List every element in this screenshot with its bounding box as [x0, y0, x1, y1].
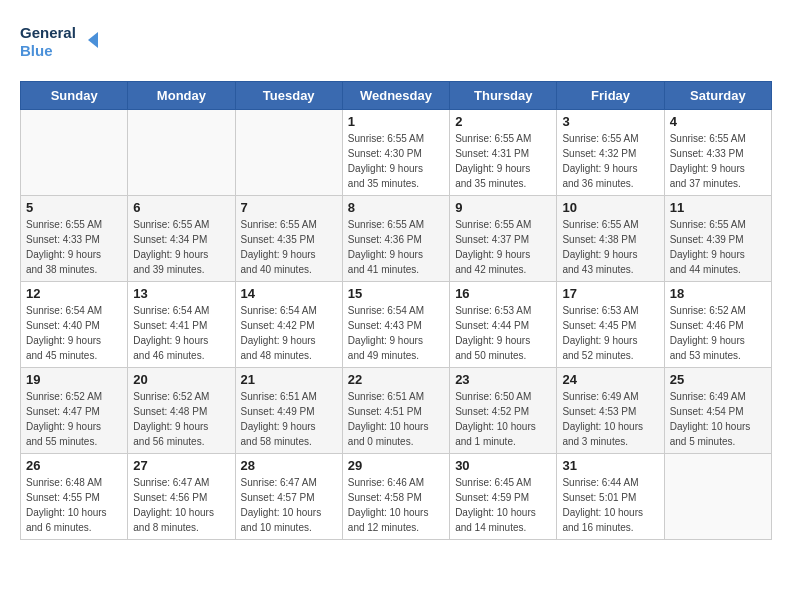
day-info: Sunrise: 6:53 AM Sunset: 4:44 PM Dayligh…	[455, 303, 551, 363]
day-number: 23	[455, 372, 551, 387]
day-info: Sunrise: 6:53 AM Sunset: 4:45 PM Dayligh…	[562, 303, 658, 363]
calendar-week-row: 12Sunrise: 6:54 AM Sunset: 4:40 PM Dayli…	[21, 282, 772, 368]
calendar-cell: 18Sunrise: 6:52 AM Sunset: 4:46 PM Dayli…	[664, 282, 771, 368]
day-info: Sunrise: 6:52 AM Sunset: 4:46 PM Dayligh…	[670, 303, 766, 363]
day-number: 11	[670, 200, 766, 215]
day-info: Sunrise: 6:49 AM Sunset: 4:53 PM Dayligh…	[562, 389, 658, 449]
calendar-cell: 10Sunrise: 6:55 AM Sunset: 4:38 PM Dayli…	[557, 196, 664, 282]
logo: General Blue	[20, 20, 100, 65]
calendar-week-row: 5Sunrise: 6:55 AM Sunset: 4:33 PM Daylig…	[21, 196, 772, 282]
day-info: Sunrise: 6:55 AM Sunset: 4:36 PM Dayligh…	[348, 217, 444, 277]
day-info: Sunrise: 6:52 AM Sunset: 4:47 PM Dayligh…	[26, 389, 122, 449]
day-info: Sunrise: 6:51 AM Sunset: 4:51 PM Dayligh…	[348, 389, 444, 449]
day-number: 28	[241, 458, 337, 473]
calendar-cell: 16Sunrise: 6:53 AM Sunset: 4:44 PM Dayli…	[450, 282, 557, 368]
calendar-cell: 15Sunrise: 6:54 AM Sunset: 4:43 PM Dayli…	[342, 282, 449, 368]
day-number: 8	[348, 200, 444, 215]
calendar-cell	[21, 110, 128, 196]
day-number: 27	[133, 458, 229, 473]
day-info: Sunrise: 6:55 AM Sunset: 4:33 PM Dayligh…	[26, 217, 122, 277]
day-number: 15	[348, 286, 444, 301]
day-info: Sunrise: 6:55 AM Sunset: 4:37 PM Dayligh…	[455, 217, 551, 277]
day-number: 29	[348, 458, 444, 473]
day-info: Sunrise: 6:55 AM Sunset: 4:35 PM Dayligh…	[241, 217, 337, 277]
calendar-cell	[664, 454, 771, 540]
day-number: 6	[133, 200, 229, 215]
calendar-cell: 28Sunrise: 6:47 AM Sunset: 4:57 PM Dayli…	[235, 454, 342, 540]
calendar-week-row: 19Sunrise: 6:52 AM Sunset: 4:47 PM Dayli…	[21, 368, 772, 454]
calendar-cell: 13Sunrise: 6:54 AM Sunset: 4:41 PM Dayli…	[128, 282, 235, 368]
day-info: Sunrise: 6:47 AM Sunset: 4:57 PM Dayligh…	[241, 475, 337, 535]
calendar-cell: 17Sunrise: 6:53 AM Sunset: 4:45 PM Dayli…	[557, 282, 664, 368]
day-number: 30	[455, 458, 551, 473]
day-number: 20	[133, 372, 229, 387]
calendar-week-row: 26Sunrise: 6:48 AM Sunset: 4:55 PM Dayli…	[21, 454, 772, 540]
day-number: 26	[26, 458, 122, 473]
day-info: Sunrise: 6:55 AM Sunset: 4:34 PM Dayligh…	[133, 217, 229, 277]
svg-text:General: General	[20, 24, 76, 41]
calendar-cell: 25Sunrise: 6:49 AM Sunset: 4:54 PM Dayli…	[664, 368, 771, 454]
calendar-header-row: SundayMondayTuesdayWednesdayThursdayFrid…	[21, 82, 772, 110]
day-info: Sunrise: 6:52 AM Sunset: 4:48 PM Dayligh…	[133, 389, 229, 449]
calendar-cell: 5Sunrise: 6:55 AM Sunset: 4:33 PM Daylig…	[21, 196, 128, 282]
logo-svg: General Blue	[20, 20, 100, 65]
calendar-cell: 22Sunrise: 6:51 AM Sunset: 4:51 PM Dayli…	[342, 368, 449, 454]
day-info: Sunrise: 6:44 AM Sunset: 5:01 PM Dayligh…	[562, 475, 658, 535]
day-number: 2	[455, 114, 551, 129]
calendar-cell: 8Sunrise: 6:55 AM Sunset: 4:36 PM Daylig…	[342, 196, 449, 282]
day-number: 17	[562, 286, 658, 301]
day-info: Sunrise: 6:55 AM Sunset: 4:31 PM Dayligh…	[455, 131, 551, 191]
day-number: 25	[670, 372, 766, 387]
calendar-table: SundayMondayTuesdayWednesdayThursdayFrid…	[20, 81, 772, 540]
calendar-cell: 14Sunrise: 6:54 AM Sunset: 4:42 PM Dayli…	[235, 282, 342, 368]
calendar-cell: 12Sunrise: 6:54 AM Sunset: 4:40 PM Dayli…	[21, 282, 128, 368]
day-number: 7	[241, 200, 337, 215]
day-info: Sunrise: 6:55 AM Sunset: 4:32 PM Dayligh…	[562, 131, 658, 191]
day-header-thursday: Thursday	[450, 82, 557, 110]
day-header-friday: Friday	[557, 82, 664, 110]
day-number: 18	[670, 286, 766, 301]
day-info: Sunrise: 6:49 AM Sunset: 4:54 PM Dayligh…	[670, 389, 766, 449]
day-number: 5	[26, 200, 122, 215]
calendar-cell: 11Sunrise: 6:55 AM Sunset: 4:39 PM Dayli…	[664, 196, 771, 282]
day-number: 1	[348, 114, 444, 129]
calendar-cell: 31Sunrise: 6:44 AM Sunset: 5:01 PM Dayli…	[557, 454, 664, 540]
calendar-cell: 27Sunrise: 6:47 AM Sunset: 4:56 PM Dayli…	[128, 454, 235, 540]
day-header-tuesday: Tuesday	[235, 82, 342, 110]
day-number: 31	[562, 458, 658, 473]
calendar-cell: 19Sunrise: 6:52 AM Sunset: 4:47 PM Dayli…	[21, 368, 128, 454]
calendar-cell: 7Sunrise: 6:55 AM Sunset: 4:35 PM Daylig…	[235, 196, 342, 282]
calendar-cell: 3Sunrise: 6:55 AM Sunset: 4:32 PM Daylig…	[557, 110, 664, 196]
svg-text:Blue: Blue	[20, 42, 53, 59]
day-info: Sunrise: 6:54 AM Sunset: 4:40 PM Dayligh…	[26, 303, 122, 363]
svg-marker-2	[88, 32, 98, 48]
calendar-cell: 29Sunrise: 6:46 AM Sunset: 4:58 PM Dayli…	[342, 454, 449, 540]
calendar-week-row: 1Sunrise: 6:55 AM Sunset: 4:30 PM Daylig…	[21, 110, 772, 196]
day-number: 19	[26, 372, 122, 387]
calendar-cell: 2Sunrise: 6:55 AM Sunset: 4:31 PM Daylig…	[450, 110, 557, 196]
day-number: 12	[26, 286, 122, 301]
day-header-sunday: Sunday	[21, 82, 128, 110]
day-info: Sunrise: 6:55 AM Sunset: 4:30 PM Dayligh…	[348, 131, 444, 191]
page-header: General Blue	[20, 20, 772, 65]
calendar-cell: 23Sunrise: 6:50 AM Sunset: 4:52 PM Dayli…	[450, 368, 557, 454]
day-info: Sunrise: 6:55 AM Sunset: 4:38 PM Dayligh…	[562, 217, 658, 277]
calendar-cell	[128, 110, 235, 196]
calendar-cell: 9Sunrise: 6:55 AM Sunset: 4:37 PM Daylig…	[450, 196, 557, 282]
day-info: Sunrise: 6:55 AM Sunset: 4:33 PM Dayligh…	[670, 131, 766, 191]
day-info: Sunrise: 6:46 AM Sunset: 4:58 PM Dayligh…	[348, 475, 444, 535]
calendar-cell: 26Sunrise: 6:48 AM Sunset: 4:55 PM Dayli…	[21, 454, 128, 540]
day-number: 3	[562, 114, 658, 129]
calendar-cell: 1Sunrise: 6:55 AM Sunset: 4:30 PM Daylig…	[342, 110, 449, 196]
day-info: Sunrise: 6:54 AM Sunset: 4:41 PM Dayligh…	[133, 303, 229, 363]
calendar-cell	[235, 110, 342, 196]
day-info: Sunrise: 6:45 AM Sunset: 4:59 PM Dayligh…	[455, 475, 551, 535]
calendar-cell: 4Sunrise: 6:55 AM Sunset: 4:33 PM Daylig…	[664, 110, 771, 196]
day-number: 14	[241, 286, 337, 301]
calendar-cell: 24Sunrise: 6:49 AM Sunset: 4:53 PM Dayli…	[557, 368, 664, 454]
calendar-cell: 30Sunrise: 6:45 AM Sunset: 4:59 PM Dayli…	[450, 454, 557, 540]
day-info: Sunrise: 6:55 AM Sunset: 4:39 PM Dayligh…	[670, 217, 766, 277]
day-info: Sunrise: 6:47 AM Sunset: 4:56 PM Dayligh…	[133, 475, 229, 535]
day-number: 10	[562, 200, 658, 215]
day-number: 13	[133, 286, 229, 301]
